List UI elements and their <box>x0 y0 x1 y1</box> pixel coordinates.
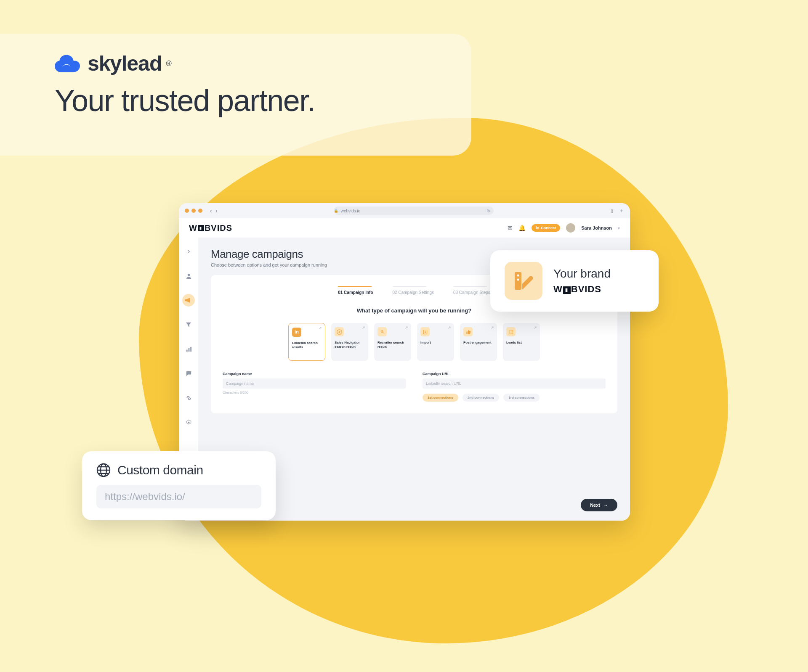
type-recruiter[interactable]: ↗ Recruiter search result <box>374 323 411 361</box>
url-text: webvids.io <box>341 209 361 213</box>
type-import[interactable]: ↗ Import <box>417 323 454 361</box>
sidebar-item-filter[interactable] <box>182 318 195 331</box>
sidebar-item-expand[interactable] <box>182 245 195 258</box>
brand-swatch-icon <box>505 262 542 300</box>
skylead-logo: skylead ® <box>55 51 471 76</box>
svg-rect-3 <box>190 347 191 351</box>
hero-panel: skylead ® Your trusted partner. <box>0 34 471 156</box>
external-link-icon: ↗ <box>534 325 537 330</box>
svg-point-4 <box>188 421 189 423</box>
globe-icon <box>96 463 111 477</box>
username: Sara Johnson <box>581 225 612 230</box>
type-linkedin-search[interactable]: ↗ in LinkedIn search results <box>288 323 325 361</box>
campaign-url-label: Campaign URL <box>423 372 606 376</box>
sidebar-item-user[interactable] <box>182 270 195 282</box>
campaign-name-label: Campaign name <box>223 372 406 376</box>
hero-tagline: Your trusted partner. <box>55 83 471 118</box>
step-campaign-settings[interactable]: 02 Campaign Settings <box>393 286 434 295</box>
app-brand: W▮BVIDS <box>189 223 232 233</box>
external-link-icon: ↗ <box>405 325 408 330</box>
campaign-url-input[interactable]: LinkedIn search URL <box>423 378 606 389</box>
svg-rect-1 <box>186 349 187 352</box>
window-controls[interactable] <box>185 209 202 213</box>
next-button[interactable]: Next → <box>581 499 617 511</box>
pill-2nd-connections[interactable]: 2nd connections <box>462 394 500 402</box>
connection-filters: 1st connections 2nd connections 3rd conn… <box>423 394 606 402</box>
custom-domain-callout: Custom domain https://webvids.io/ <box>82 451 276 520</box>
back-button[interactable]: ‹ <box>210 207 212 214</box>
type-post-engagement[interactable]: ↗ Post engagement <box>460 323 497 361</box>
svg-point-11 <box>517 275 519 277</box>
sidebar-item-campaigns[interactable] <box>182 294 195 307</box>
your-brand-title: Your brand <box>553 267 611 280</box>
registered-mark: ® <box>166 59 171 68</box>
thumbs-up-icon <box>463 327 473 336</box>
type-leads-list[interactable]: ↗ Leads list <box>503 323 540 361</box>
mail-icon[interactable]: ✉ <box>508 225 513 231</box>
custom-domain-field[interactable]: https://webvids.io/ <box>96 485 261 508</box>
type-sales-navigator[interactable]: ↗ Sales Navigator search result <box>331 323 368 361</box>
lock-icon: 🔒 <box>334 209 338 213</box>
sidebar-item-settings[interactable] <box>182 416 195 429</box>
import-icon <box>420 327 430 336</box>
forward-button[interactable]: › <box>215 207 218 214</box>
share-icon[interactable]: ⇧ <box>610 208 614 214</box>
browser-titlebar: ‹ › 🔒 webvids.io ↻ ⇧ ＋ <box>179 203 630 218</box>
external-link-icon: ↗ <box>491 325 494 330</box>
custom-domain-title: Custom domain <box>117 463 203 477</box>
address-bar[interactable]: 🔒 webvids.io ↻ <box>334 206 494 215</box>
svg-point-7 <box>381 331 382 331</box>
char-count: Characters 0/250 <box>223 391 406 394</box>
svg-rect-2 <box>188 348 189 351</box>
sidebar-item-chat[interactable] <box>182 367 195 380</box>
user-search-icon <box>377 327 387 336</box>
linkedin-mini-icon: in <box>536 226 539 230</box>
svg-point-12 <box>517 279 519 281</box>
new-tab-icon[interactable]: ＋ <box>619 207 624 214</box>
pill-1st-connections[interactable]: 1st connections <box>423 394 458 402</box>
arrow-right-icon: → <box>603 503 608 508</box>
pill-3rd-connections[interactable]: 3rd connections <box>503 394 540 402</box>
refresh-icon[interactable]: ↻ <box>487 209 490 213</box>
user-chevron-icon[interactable]: ▾ <box>618 226 620 230</box>
external-link-icon: ↗ <box>448 325 451 330</box>
external-link-icon: ↗ <box>319 326 322 331</box>
sidebar-item-stats[interactable] <box>182 343 195 355</box>
linkedin-icon: in <box>292 328 301 337</box>
campaign-name-input[interactable]: Campaign name <box>223 378 406 389</box>
app-topbar: W▮BVIDS ✉ 🔔 in Connect Sara Johnson ▾ <box>179 218 630 238</box>
sidebar-item-link[interactable] <box>182 392 195 404</box>
list-icon <box>506 327 516 336</box>
step-campaign-info[interactable]: 01 Campaign Info <box>338 286 373 295</box>
campaign-type-grid: ↗ in LinkedIn search results ↗ Sales Nav… <box>223 323 606 361</box>
step-campaign-steps[interactable]: 03 Campaign Steps <box>453 286 490 295</box>
svg-point-0 <box>187 273 190 276</box>
skylead-wordmark: skylead <box>88 51 162 76</box>
bell-icon[interactable]: 🔔 <box>518 225 526 231</box>
compass-icon <box>335 327 344 336</box>
external-link-icon: ↗ <box>362 325 365 330</box>
your-brand-callout: Your brand W▮BVIDS <box>490 250 659 312</box>
your-brand-value: W▮BVIDS <box>553 284 611 295</box>
connect-button[interactable]: in Connect <box>532 224 560 232</box>
cloud-icon <box>55 55 80 72</box>
avatar[interactable] <box>566 223 575 233</box>
